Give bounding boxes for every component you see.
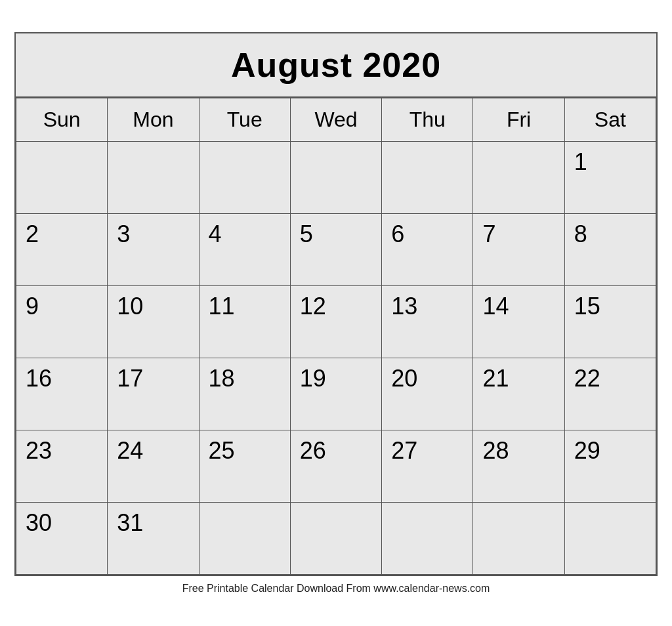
day-cell-29: 29: [564, 430, 656, 502]
day-cell-30: 30: [16, 502, 108, 574]
day-cell-1: 1: [564, 141, 656, 213]
day-cell-2: 2: [16, 213, 108, 285]
empty-cell: [564, 502, 656, 574]
day-cell-28: 28: [473, 430, 564, 502]
empty-cell: [290, 502, 381, 574]
calendar-table: SunMonTueWedThuFriSat 123456789101112131…: [16, 98, 656, 575]
day-header-wed: Wed: [290, 98, 381, 141]
empty-cell: [382, 502, 473, 574]
day-cell-21: 21: [473, 358, 564, 430]
week-row-3: 9101112131415: [16, 285, 656, 358]
empty-cell: [473, 502, 564, 574]
day-header-thu: Thu: [382, 98, 473, 141]
day-cell-11: 11: [199, 285, 290, 358]
day-cell-14: 14: [473, 285, 564, 358]
calendar-container: August 2020 SunMonTueWedThuFriSat 123456…: [14, 32, 658, 576]
day-cell-23: 23: [16, 430, 108, 502]
day-cell-31: 31: [108, 502, 199, 574]
day-cell-3: 3: [108, 213, 199, 285]
day-cell-9: 9: [16, 285, 108, 358]
day-cell-4: 4: [199, 213, 290, 285]
day-cell-6: 6: [382, 213, 473, 285]
week-row-4: 16171819202122: [16, 358, 656, 430]
days-header-row: SunMonTueWedThuFriSat: [16, 98, 656, 141]
day-cell-18: 18: [199, 358, 290, 430]
day-cell-15: 15: [564, 285, 656, 358]
day-cell-17: 17: [108, 358, 199, 430]
day-cell-22: 22: [564, 358, 656, 430]
day-cell-19: 19: [290, 358, 381, 430]
day-cell-7: 7: [473, 213, 564, 285]
week-row-6: 3031: [16, 502, 656, 574]
empty-cell: [473, 141, 564, 213]
empty-cell: [108, 141, 199, 213]
empty-cell: [199, 502, 290, 574]
week-row-5: 23242526272829: [16, 430, 656, 502]
week-row-2: 2345678: [16, 213, 656, 285]
day-cell-20: 20: [382, 358, 473, 430]
day-header-fri: Fri: [473, 98, 564, 141]
day-cell-24: 24: [108, 430, 199, 502]
day-cell-8: 8: [564, 213, 656, 285]
day-cell-5: 5: [290, 213, 381, 285]
day-header-sun: Sun: [16, 98, 108, 141]
day-cell-26: 26: [290, 430, 381, 502]
empty-cell: [16, 141, 108, 213]
calendar-wrapper: August 2020 SunMonTueWedThuFriSat 123456…: [14, 32, 658, 595]
day-header-mon: Mon: [108, 98, 199, 141]
day-cell-27: 27: [382, 430, 473, 502]
day-cell-10: 10: [108, 285, 199, 358]
empty-cell: [290, 141, 381, 213]
day-header-tue: Tue: [199, 98, 290, 141]
day-cell-13: 13: [382, 285, 473, 358]
calendar-title: August 2020: [16, 33, 656, 98]
day-header-sat: Sat: [564, 98, 656, 141]
empty-cell: [199, 141, 290, 213]
empty-cell: [382, 141, 473, 213]
week-row-1: 1: [16, 141, 656, 213]
day-cell-25: 25: [199, 430, 290, 502]
day-cell-12: 12: [290, 285, 381, 358]
day-cell-16: 16: [16, 358, 108, 430]
footer-text: Free Printable Calendar Download From ww…: [14, 583, 658, 595]
